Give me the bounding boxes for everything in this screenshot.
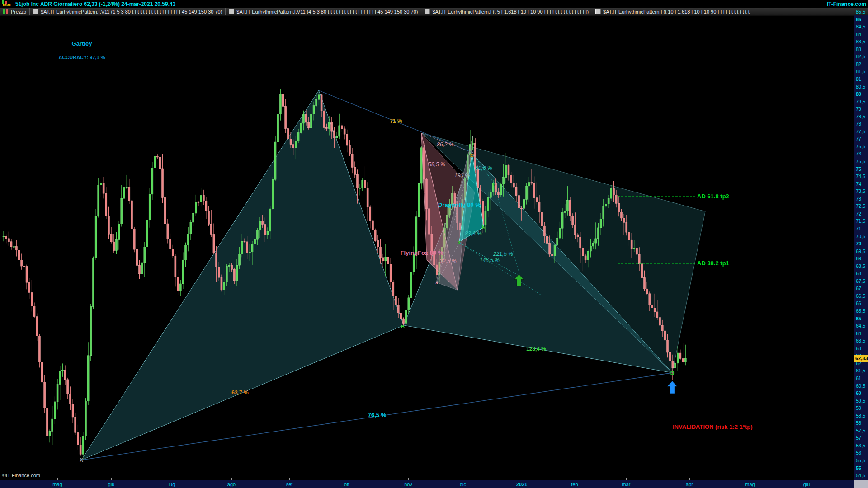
candle-down: [392, 282, 394, 296]
candle-down: [75, 417, 76, 432]
price-tick-label: 73,5: [856, 188, 865, 194]
price-tick-label: 56,5: [856, 443, 865, 448]
time-tick-label: apr: [686, 482, 693, 487]
candle-down: [351, 154, 353, 168]
candle-down: [367, 188, 368, 207]
candle-up: [336, 136, 338, 138]
candle-down: [641, 264, 643, 278]
candle-up: [528, 183, 530, 186]
candle-down: [364, 180, 366, 188]
candle-up: [413, 254, 415, 272]
copyright-label: ©IT-Finance.com: [2, 473, 40, 478]
pattern-label: Dragonfly 80 %: [438, 202, 481, 208]
price-tick-label: 84: [856, 32, 861, 37]
candle-up: [610, 188, 612, 198]
price-tick-label: 85,5: [856, 9, 865, 14]
candle-up: [256, 230, 258, 239]
pattern-label: 86,2 %: [437, 141, 454, 148]
candle-up: [57, 385, 58, 402]
candle-down: [46, 408, 48, 436]
candle-down: [551, 254, 553, 256]
candle-up: [595, 239, 597, 243]
candle-up: [179, 284, 181, 291]
price-tick-label: 74: [856, 181, 861, 187]
candle-down: [308, 122, 310, 128]
candlestick-chart-canvas[interactable]: AD 61.8 tp2AD 38.2 tp1INVALIDATION (risk…: [0, 0, 868, 488]
candle-down: [638, 254, 640, 264]
price-tick-label: 72,5: [856, 203, 865, 209]
candle-up: [185, 245, 187, 260]
candle-down: [139, 265, 141, 274]
candle-up: [313, 106, 315, 114]
candle-down: [33, 306, 35, 316]
candle-up: [362, 180, 363, 188]
price-tick-label: 80: [856, 91, 861, 97]
candle-down: [679, 353, 681, 358]
candle-down: [669, 352, 671, 361]
price-tick-label: 79: [856, 106, 861, 112]
pattern-point-B: B: [401, 324, 405, 329]
candle-down: [374, 230, 376, 241]
candle-down: [233, 269, 235, 280]
candle-down: [651, 305, 653, 308]
candle-down: [41, 362, 43, 382]
candle-up: [187, 234, 189, 245]
candle-down: [626, 222, 627, 232]
price-tick-label: 82: [856, 61, 861, 67]
candle-down: [292, 145, 294, 148]
candle-down: [582, 248, 584, 256]
time-tick: [626, 478, 627, 480]
price-tick-label: 59: [856, 405, 861, 411]
candle-down: [321, 95, 322, 111]
axis-corner-resize-handle[interactable]: [854, 480, 868, 488]
candle-up: [249, 252, 250, 253]
price-axis[interactable]: 85,58584,58483,58382,58281,58180,58079,5…: [854, 15, 868, 480]
candle-down: [387, 257, 389, 264]
candle-down: [305, 114, 307, 122]
candle-down: [170, 239, 171, 249]
candle-down: [159, 157, 161, 169]
candle-down: [664, 331, 666, 340]
price-tick-label: 76: [856, 151, 861, 156]
price-tick-label: 74,5: [856, 174, 865, 179]
candle-up: [195, 202, 197, 213]
candle-down: [580, 237, 581, 248]
candle-down: [26, 266, 28, 282]
time-tick-label: feb: [571, 482, 578, 487]
price-tick-label: 63: [856, 346, 861, 351]
price-tick-label: 71: [856, 226, 861, 231]
candle-down: [372, 221, 373, 230]
candle-down: [644, 278, 646, 289]
candle-down: [285, 106, 287, 128]
candle-down: [331, 122, 333, 132]
time-tick-label: 2021: [516, 482, 527, 487]
candle-up: [557, 238, 558, 245]
candle-down: [569, 200, 571, 216]
candle-up: [487, 197, 489, 211]
candle-up: [13, 247, 15, 248]
candle-down: [213, 235, 215, 253]
candle-up: [241, 241, 243, 254]
pattern-label: 58,5 %: [428, 161, 445, 168]
pattern-label: 128,4 %: [526, 346, 546, 352]
candle-down: [510, 175, 512, 183]
pattern-label: 221,5 %: [493, 251, 513, 257]
candle-down: [218, 267, 220, 277]
price-tick-label: 69,5: [856, 249, 865, 254]
candle-down: [480, 188, 481, 201]
candle-down: [649, 294, 651, 305]
candle-down: [216, 253, 217, 267]
candle-up: [149, 194, 151, 220]
candle-down: [136, 249, 138, 265]
candle-down: [646, 289, 648, 294]
candle-up: [118, 224, 120, 239]
candle-down: [379, 247, 381, 258]
candle-down: [5, 236, 7, 239]
candle-down: [585, 256, 586, 260]
candle-up: [633, 248, 635, 249]
time-axis[interactable]: maggiulugagosetottnovdic2021febmaraprmag…: [0, 480, 868, 488]
candle-down: [36, 317, 38, 336]
candle-down: [536, 198, 538, 202]
candle-down: [615, 195, 617, 203]
candle-up: [115, 240, 117, 251]
